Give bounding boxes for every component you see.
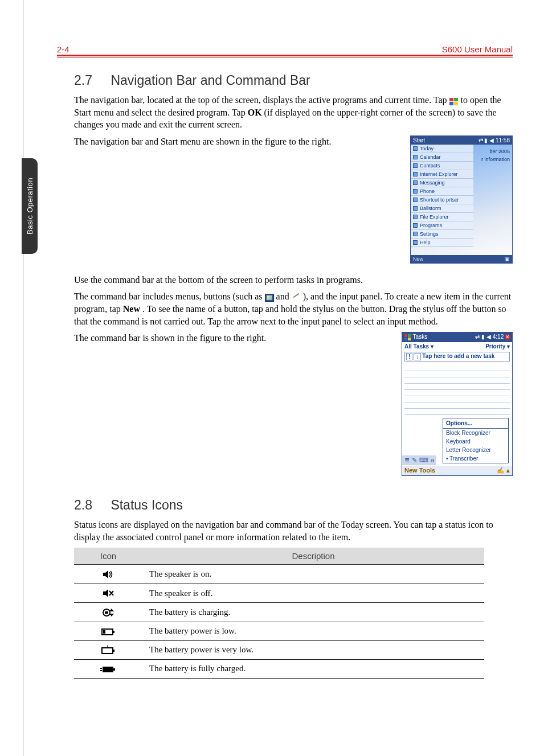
fig-cmd-bottom: New Tools ✍ ▴	[402, 466, 512, 475]
label: Settings	[420, 231, 439, 237]
options-label: Options...	[443, 418, 508, 429]
row-desc: The speaker is on.	[142, 565, 484, 584]
fig-cmd-toolbar: ≣✎⌨a	[402, 455, 436, 465]
start-label: Start	[413, 137, 425, 143]
row-desc: The battery is charging.	[142, 603, 484, 622]
table-row: The speaker is off.	[74, 584, 484, 603]
table-row: The battery power is low.	[74, 622, 484, 641]
close-icon: ✕	[505, 334, 510, 340]
label: Shortcut to prtscr	[420, 197, 459, 203]
section-27-number: 2.7	[74, 73, 107, 88]
txt: and	[276, 291, 292, 301]
label: Ballstorm	[420, 206, 441, 211]
popup-item: Block Recognizer	[443, 429, 508, 437]
svg-rect-4	[404, 334, 407, 337]
svg-rect-2	[449, 102, 453, 105]
side-tab: Basic Operation	[22, 158, 38, 254]
table-row: The speaker is on.	[74, 565, 484, 584]
svg-rect-21	[113, 668, 115, 671]
menu-item: Programs	[411, 221, 473, 230]
clock-label: ⇄ ▮ ◀ 11:58	[479, 137, 510, 143]
header-rule-thin	[57, 57, 513, 57]
section-28-title: Status Icons	[111, 498, 183, 512]
menu-item: File Explorer	[411, 213, 473, 221]
header-rule-thick	[57, 55, 513, 56]
svg-rect-3	[454, 102, 458, 105]
app-icon	[413, 240, 418, 245]
menu-item: Help	[411, 239, 473, 247]
fig-cmd-subbar: All Tasks ▾ Priority ▾	[402, 342, 512, 351]
section-27-heading: 2.7 Navigation Bar and Command Bar	[74, 73, 513, 88]
svg-rect-15	[113, 631, 114, 633]
photo-icon	[265, 294, 274, 302]
page: 2-4 S600 User Manual Basic Operation 2.7…	[0, 0, 548, 756]
head-desc: Description	[142, 548, 484, 565]
content-area: 2.7 Navigation Bar and Command Bar The n…	[74, 68, 513, 679]
sort-cell: ↓	[414, 353, 421, 360]
page-number: 2-4	[57, 44, 69, 54]
svg-rect-6	[404, 338, 407, 340]
tasks-title: Tasks	[413, 334, 428, 340]
section-28-number: 2.8	[74, 498, 107, 513]
app-icon	[413, 163, 418, 168]
app-icon	[413, 172, 418, 176]
svg-rect-22	[100, 668, 102, 669]
section-28-para1: Status icons are displayed on the naviga…	[74, 519, 513, 543]
fig-nav-right-top: ber 2005	[489, 149, 510, 154]
svg-rect-18	[113, 650, 114, 652]
figure-command-bar: Tasks ⇄ ▮ ◀ 4:12 ✕ All Tasks ▾ Priority …	[402, 332, 513, 476]
menu-item: Internet Explorer	[411, 170, 473, 179]
app-icon	[413, 223, 418, 228]
popup-item: Letter Recognizer	[443, 446, 508, 454]
label: Today	[420, 146, 434, 151]
speaker-on-icon	[74, 565, 142, 584]
svg-text:!: !	[107, 645, 108, 648]
svg-rect-13	[105, 611, 108, 614]
sip-icon: ▣	[505, 256, 510, 262]
fig-nav-topbar: Start ⇄ ▮ ◀ 11:58	[411, 136, 512, 145]
label: Internet Explorer	[420, 171, 458, 177]
menu-item: Shortcut to prtscr	[411, 196, 473, 204]
label: Phone	[420, 188, 435, 194]
label: Help	[420, 240, 431, 245]
windows-flag-icon	[449, 97, 459, 105]
menu-item: Today	[411, 145, 473, 153]
head-icon: Icon	[74, 548, 142, 565]
menu-item: Ballstorm	[411, 204, 473, 213]
svg-rect-5	[408, 334, 411, 337]
svg-rect-16	[103, 630, 105, 634]
status-icons-table: Icon Description The speaker is on. The …	[74, 548, 484, 678]
row-desc: The battery power is low.	[142, 622, 484, 641]
fig-cmd-lines	[402, 363, 512, 417]
sip-icon: ✍ ▴	[497, 467, 510, 474]
app-icon	[413, 180, 418, 185]
app-icon	[413, 215, 418, 219]
app-icon	[413, 232, 418, 236]
label: Messaging	[420, 180, 445, 186]
table-header-row: Icon Description	[74, 548, 484, 565]
all-tasks: All Tasks ▾	[404, 343, 434, 350]
table-row: The battery is charging.	[74, 603, 484, 622]
menu-item: Contacts	[411, 162, 473, 170]
fig-cmd-topbar: Tasks ⇄ ▮ ◀ 4:12 ✕	[402, 332, 512, 342]
time: 11:58	[496, 137, 510, 143]
speaker-off-icon	[74, 584, 142, 603]
battery-full-icon	[74, 660, 142, 679]
menu-item: Phone	[411, 187, 473, 196]
section-28-heading: 2.8 Status Icons	[74, 498, 513, 513]
svg-rect-7	[408, 338, 411, 340]
menu-item: Calendar	[411, 153, 473, 162]
svg-marker-8	[103, 570, 108, 578]
time: 4:12	[493, 334, 504, 340]
battery-very-low-icon: !	[74, 640, 142, 660]
manual-title: S600 User Manual	[442, 44, 513, 54]
svg-rect-23	[100, 670, 102, 671]
input-method-popup: Options... Block Recognizer Keyboard Let…	[443, 418, 509, 463]
menu-item: Messaging	[411, 179, 473, 187]
menu-item: Settings	[411, 230, 473, 239]
row-desc: The speaker is off.	[142, 584, 484, 603]
label: File Explorer	[420, 214, 449, 220]
new-label: New	[123, 304, 140, 314]
margin-rule	[23, 0, 23, 756]
txt: The navigation bar, located at the top o…	[74, 95, 449, 105]
